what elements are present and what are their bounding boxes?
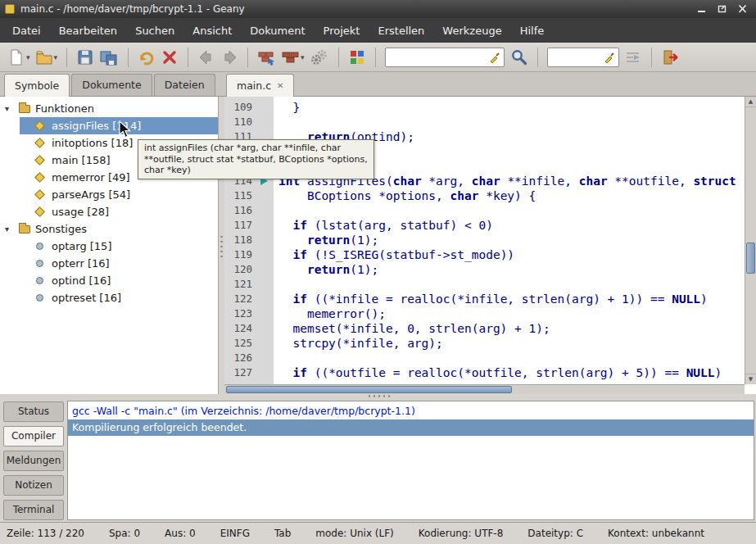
sidebar-tab-dateien[interactable]: Dateien xyxy=(154,74,215,96)
editor-hscrollbar[interactable] xyxy=(224,384,745,394)
line-number[interactable]: 122 xyxy=(224,292,274,306)
symbol-item-optreset[interactable]: optreset [16] xyxy=(0,289,218,306)
symbol-item-optarg[interactable]: optarg [15] xyxy=(0,238,218,255)
menu-datei[interactable]: Datei xyxy=(3,20,50,41)
line-number[interactable]: 119 xyxy=(224,247,274,262)
code-line[interactable]: 110 xyxy=(224,115,745,129)
symbol-item-opterr[interactable]: opterr [16] xyxy=(0,255,218,272)
clear-search-icon[interactable] xyxy=(489,52,500,63)
menu-projekt[interactable]: Projekt xyxy=(315,20,369,41)
message-tab-terminal[interactable]: Terminal xyxy=(3,500,64,520)
symbol-item-assignfiles[interactable]: assignFiles [114] xyxy=(0,117,218,134)
vscroll-thumb[interactable] xyxy=(746,243,755,274)
message-tab-compiler[interactable]: Compiler xyxy=(3,426,64,447)
goto-line-input[interactable] xyxy=(551,52,604,63)
goto-line-icon xyxy=(624,48,642,66)
tree-group-funktionen[interactable]: ▾Funktionen xyxy=(0,100,218,117)
compiler-line[interactable]: Kompilierung erfolgreich beendet. xyxy=(68,419,754,436)
hscroll-thumb[interactable] xyxy=(226,386,512,393)
line-number[interactable]: 127 xyxy=(224,365,274,380)
save-all-button[interactable] xyxy=(97,47,121,68)
code-line[interactable]: 124 memset(*infile, 0, strlen(arg) + 1); xyxy=(224,321,745,336)
forward-button[interactable] xyxy=(218,47,241,68)
code-line[interactable]: 120 return(1); xyxy=(224,262,745,277)
compile-icon xyxy=(257,48,276,66)
save-button[interactable] xyxy=(74,47,97,68)
build-dropdown-caret[interactable]: ▾ xyxy=(301,53,305,61)
editor-vscrollbar[interactable]: ▲ ▼ xyxy=(745,97,756,384)
symbol-item-parseargs[interactable]: parseArgs [54] xyxy=(0,186,218,203)
code-line[interactable]: 127 if ((*outfile = realloc(*outfile, st… xyxy=(224,365,745,380)
line-number[interactable]: 126 xyxy=(224,351,274,365)
color-chooser-icon xyxy=(348,48,366,66)
code-line[interactable]: 119 if (!S_ISREG(statbuf->st_mode)) xyxy=(224,247,745,262)
tab-close-icon[interactable]: ✕ xyxy=(277,81,283,90)
line-number[interactable]: 110 xyxy=(224,115,274,129)
new-file-dropdown-caret[interactable]: ▾ xyxy=(26,53,30,61)
restore-button[interactable] xyxy=(717,4,727,14)
line-number[interactable]: 109 xyxy=(224,100,274,115)
scroll-up-arrow-icon[interactable]: ▲ xyxy=(745,97,756,107)
minimize-button[interactable] xyxy=(696,4,707,14)
menu-erstellen[interactable]: Erstellen xyxy=(369,20,433,41)
code-line[interactable]: 109 } xyxy=(224,100,745,115)
color-chooser-button[interactable] xyxy=(346,47,369,68)
line-number[interactable]: 123 xyxy=(224,306,274,321)
code-line[interactable]: 125 strcpy(*infile, arg); xyxy=(224,336,745,351)
editor-tab-main-c[interactable]: main.c ✕ xyxy=(226,74,294,97)
compile-button[interactable] xyxy=(255,47,278,68)
search-button[interactable] xyxy=(507,46,531,68)
bottom-splitter[interactable] xyxy=(0,394,756,399)
code-line[interactable]: 118 return(1); xyxy=(224,233,745,247)
code-line[interactable]: 115 BCoptions *options, char *key) { xyxy=(224,188,745,203)
calltip-line: int assignFiles (char *arg, char **infil… xyxy=(144,143,368,154)
line-number[interactable]: 120 xyxy=(224,262,274,277)
sidebar-tab-symbole[interactable]: Symbole xyxy=(4,74,70,97)
menu-ansicht[interactable]: Ansicht xyxy=(183,20,241,41)
revert-button[interactable] xyxy=(135,47,158,68)
close-button[interactable] xyxy=(737,4,748,14)
execute-button[interactable] xyxy=(307,47,332,68)
line-number[interactable]: 116 xyxy=(224,203,274,218)
menu-bearbeiten[interactable]: Bearbeiten xyxy=(50,20,126,41)
message-tab-notizen[interactable]: Notizen xyxy=(3,475,64,496)
symbol-item-optind[interactable]: optind [16] xyxy=(0,272,218,289)
line-number[interactable]: 115 xyxy=(224,188,274,203)
tree-group-sonstiges[interactable]: ▾Sonstiges xyxy=(0,220,218,238)
line-number[interactable]: 118 xyxy=(224,233,274,247)
menu-hilfe[interactable]: Hilfe xyxy=(511,20,554,41)
compiler-line[interactable]: gcc -Wall -c "main.c" (im Verzeichnis: /… xyxy=(68,403,754,419)
expander-icon[interactable]: ▾ xyxy=(5,104,19,113)
sidebar-tab-dokumente[interactable]: Dokumente xyxy=(71,74,152,96)
code-line[interactable]: 126 xyxy=(224,351,745,365)
search-input[interactable] xyxy=(389,52,489,63)
quit-button[interactable] xyxy=(659,47,682,68)
code-line[interactable]: 116 xyxy=(224,203,745,218)
build-button[interactable]: ▾ xyxy=(278,47,307,68)
code-line[interactable]: 122 if ((*infile = realloc(*infile, strl… xyxy=(224,292,745,306)
menubar: DateiBearbeitenSuchenAnsichtDokumentProj… xyxy=(0,18,756,43)
message-tab-meldungen[interactable]: Meldungen xyxy=(3,451,64,471)
code-text: BCoptions *options, char *key) { xyxy=(274,188,536,203)
clear-goto-icon[interactable] xyxy=(604,52,615,63)
message-tab-status[interactable]: Status xyxy=(3,401,64,422)
line-number[interactable]: 125 xyxy=(224,336,274,351)
open-file-button[interactable]: ▾ xyxy=(33,47,61,68)
menu-suchen[interactable]: Suchen xyxy=(126,20,183,41)
open-file-dropdown-caret[interactable]: ▾ xyxy=(54,53,58,61)
line-number[interactable]: 117 xyxy=(224,218,274,233)
symbol-item-usage[interactable]: usage [28] xyxy=(0,203,218,220)
close-file-button[interactable] xyxy=(158,47,181,68)
back-button[interactable] xyxy=(195,47,218,68)
menu-werkzeuge[interactable]: Werkzeuge xyxy=(433,20,510,41)
code-line[interactable]: 117 if (lstat(arg, statbuf) < 0) xyxy=(224,218,745,233)
expander-icon[interactable]: ▾ xyxy=(5,224,19,233)
scroll-down-arrow-icon[interactable]: ▼ xyxy=(745,374,756,384)
goto-line-button[interactable] xyxy=(622,47,645,68)
new-file-button[interactable]: ▾ xyxy=(5,47,33,68)
code-line[interactable]: 121 xyxy=(224,277,745,292)
menu-dokument[interactable]: Dokument xyxy=(241,20,314,41)
line-number[interactable]: 121 xyxy=(224,277,274,292)
line-number[interactable]: 124 xyxy=(224,321,274,336)
code-line[interactable]: 123 memerror(); xyxy=(224,306,745,321)
